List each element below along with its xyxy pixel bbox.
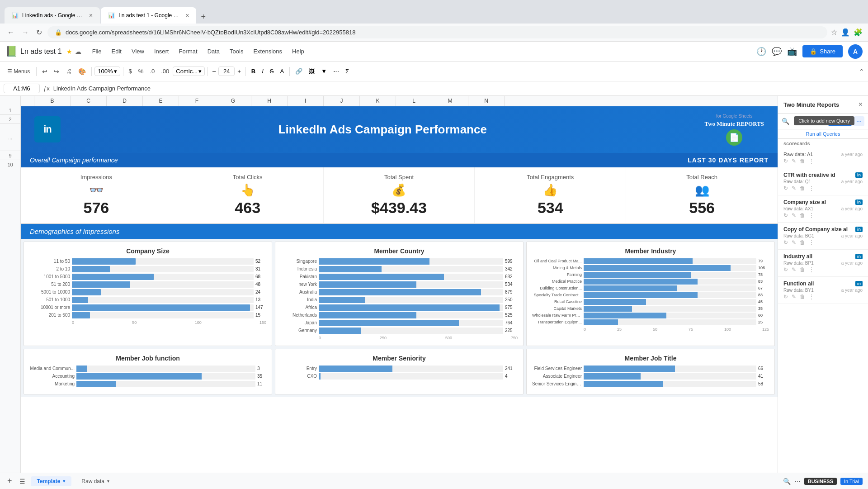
menu-view[interactable]: View (127, 46, 149, 57)
menu-format[interactable]: Format (174, 46, 202, 57)
decimal-increase[interactable]: .00 (158, 66, 172, 76)
reload-button[interactable]: ↻ (34, 26, 44, 38)
col-header-K[interactable]: K (360, 96, 396, 106)
format-selector[interactable]: Comic... ▾ (173, 66, 205, 76)
link-button[interactable]: 🔗 (292, 66, 305, 76)
query-item-copy-company-size[interactable]: Copy of Company size al in Raw data: BG1… (778, 223, 868, 250)
delete-icon-2[interactable]: 🗑 (800, 185, 805, 191)
more-icon-4[interactable]: ⋮ (809, 239, 814, 246)
filter-button[interactable]: ▼ (318, 66, 330, 76)
share-button[interactable]: 🔒 Share (802, 45, 843, 57)
tab-sheets1[interactable]: 📊 LinkedIn ads - Google Sheets × (5, 7, 100, 24)
col-header-G[interactable]: G (215, 96, 251, 106)
add-sheet-button[interactable]: + (5, 476, 14, 486)
refresh-icon-3[interactable]: ↻ (783, 212, 788, 218)
edit-icon-2[interactable]: ✎ (792, 185, 796, 191)
col-header-L[interactable]: L (396, 96, 432, 106)
add-options-button[interactable]: ⋯ (854, 116, 864, 126)
sum-icon[interactable]: Σ (343, 66, 352, 76)
menu-tools[interactable]: Tools (225, 46, 248, 57)
star-button[interactable]: ★ (66, 48, 72, 55)
print-button[interactable]: 🖨 (63, 66, 75, 77)
run-all-queries[interactable]: Run all Queries (778, 129, 868, 139)
query-item-ctr[interactable]: CTR with creative id in Raw data: Q1 a y… (778, 168, 868, 195)
refresh-icon-6[interactable]: ↻ (783, 294, 788, 300)
delete-icon-5[interactable]: 🗑 (800, 266, 805, 273)
col-header-I[interactable]: I (288, 96, 324, 106)
more-icon-6[interactable]: ⋮ (809, 294, 814, 300)
more-icon-3[interactable]: ⋮ (809, 212, 814, 218)
tab-sheets2[interactable]: 📊 Ln ads test 1 - Google Sheets × (101, 7, 196, 24)
extension-icon[interactable]: 🧩 (854, 28, 863, 37)
forward-button[interactable]: → (20, 27, 31, 38)
collapse-toolbar[interactable]: ⌃ (859, 68, 864, 75)
delete-icon-6[interactable]: 🗑 (800, 294, 805, 300)
more-icon-5[interactable]: ⋮ (809, 266, 814, 273)
query-item-industry-all[interactable]: Industry all in Raw data: BP1 a year ago… (778, 250, 868, 277)
zoom-controls-icon[interactable]: 🔍 (783, 478, 791, 485)
sheets-menu-button[interactable]: ☰ (18, 478, 27, 485)
col-header-D[interactable]: D (107, 96, 143, 106)
image-button[interactable]: 🖼 (306, 66, 317, 76)
sheet-tab-template[interactable]: Template ▾ (31, 476, 72, 486)
col-header-N[interactable]: N (468, 96, 505, 106)
col-header-F[interactable]: F (179, 96, 215, 106)
tab-close2[interactable]: × (185, 12, 189, 19)
presentation-icon[interactable]: 📺 (787, 47, 797, 57)
refresh-icon-4[interactable]: ↻ (783, 239, 788, 246)
strikethrough-button[interactable]: S (267, 66, 277, 76)
zoom-selector[interactable]: 100% ▾ (94, 66, 120, 76)
refresh-icon-2[interactable]: ↻ (783, 185, 788, 191)
back-button[interactable]: ← (5, 27, 16, 38)
redo-button[interactable]: ↪ (51, 66, 62, 77)
query-item-raw-data-a1[interactable]: Raw data: A1 a year ago ↻ ✎ 🗑 ⋮ (778, 148, 868, 168)
menus-button[interactable]: ☰ Menus (4, 66, 33, 76)
delete-icon-4[interactable]: 🗑 (800, 239, 805, 246)
col-header-C[interactable]: C (71, 96, 107, 106)
query-item-company-size[interactable]: Company size al in Raw data: AX1 a year … (778, 195, 868, 223)
cell-reference[interactable]: A1:M6 (4, 84, 40, 93)
col-header-M[interactable]: M (432, 96, 468, 106)
menu-help[interactable]: Help (288, 46, 309, 57)
menu-file[interactable]: File (88, 46, 106, 57)
spreadsheet-area[interactable]: 1 2 ... 9 10 B C D E F G H I (0, 96, 778, 473)
user-avatar[interactable]: A (848, 44, 863, 59)
profile-icon[interactable]: 👤 (841, 28, 850, 37)
undo-button[interactable]: ↩ (39, 66, 50, 77)
delete-icon-1[interactable]: 🗑 (800, 158, 805, 164)
query-item-function-all[interactable]: Function all in Raw data: BY1 a year ago… (778, 277, 868, 304)
percent-button[interactable]: % (136, 66, 146, 76)
col-header-B[interactable]: B (34, 96, 71, 106)
sheet-content[interactable]: B C D E F G H I J K L M N (21, 96, 778, 473)
more-options[interactable]: ⋯ (330, 66, 342, 76)
edit-icon-1[interactable]: ✎ (792, 158, 796, 164)
edit-icon-5[interactable]: ✎ (792, 266, 796, 273)
sheet-tab-raw-data[interactable]: Raw data ▾ (75, 476, 116, 486)
bold-button[interactable]: B (249, 66, 258, 76)
col-header-E[interactable]: E (143, 96, 179, 106)
paintformat-button[interactable]: 🎨 (75, 66, 89, 77)
currency-button[interactable]: $ (126, 66, 135, 76)
url-bar-wrapper[interactable]: 🔒 docs.google.com/spreadsheets/d/16LiMSh… (47, 26, 827, 38)
col-header-J[interactable]: J (324, 96, 360, 106)
more-sheets-icon[interactable]: ⋯ (794, 478, 801, 485)
tab-close1[interactable]: × (89, 12, 93, 19)
panel-close-button[interactable]: × (859, 100, 863, 109)
comment-icon[interactable]: 💬 (772, 47, 782, 57)
menu-extensions[interactable]: Extensions (249, 46, 287, 57)
menu-edit[interactable]: Edit (107, 46, 126, 57)
edit-icon-4[interactable]: ✎ (792, 239, 796, 246)
history-icon[interactable]: 🕐 (756, 47, 766, 57)
refresh-icon-5[interactable]: ↻ (783, 266, 788, 273)
new-tab-button[interactable]: + (197, 10, 209, 24)
col-header-H[interactable]: H (251, 96, 288, 106)
font-size-display[interactable]: 24 (218, 66, 235, 76)
panel-search-icon[interactable]: 🔍 (782, 118, 789, 125)
bookmark-icon[interactable]: ☆ (831, 28, 837, 37)
more-icon-2[interactable]: ⋮ (809, 185, 814, 191)
edit-icon-6[interactable]: ✎ (792, 294, 796, 300)
more-icon-1[interactable]: ⋮ (809, 158, 814, 164)
edit-icon-3[interactable]: ✎ (792, 212, 796, 218)
menu-data[interactable]: Data (203, 46, 224, 57)
decimal-decrease[interactable]: .0 (147, 66, 157, 76)
